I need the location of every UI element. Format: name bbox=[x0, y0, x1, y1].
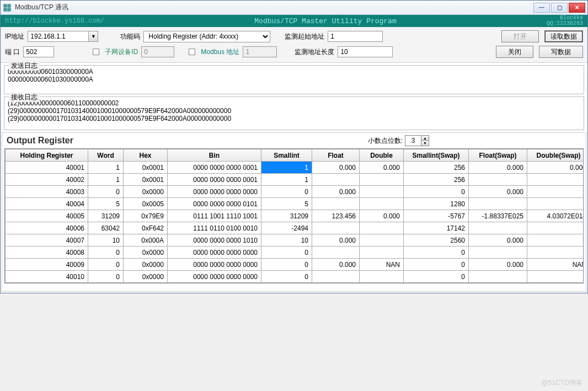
table-cell[interactable]: 5 bbox=[261, 198, 312, 210]
table-cell[interactable]: 0x79E9 bbox=[124, 210, 168, 222]
table-cell[interactable] bbox=[469, 271, 527, 283]
table-cell[interactable]: 31209 bbox=[88, 210, 124, 222]
table-cell[interactable]: 0 bbox=[88, 247, 124, 259]
table-cell[interactable]: 0 bbox=[404, 259, 469, 271]
table-cell[interactable]: 0 bbox=[88, 259, 124, 271]
table-cell[interactable]: 4.03072E014 bbox=[527, 210, 584, 222]
table-cell[interactable]: 5 bbox=[88, 198, 124, 210]
column-header[interactable]: Float(Swap) bbox=[469, 149, 527, 162]
func-select[interactable]: Holding Register (Addr: 4xxxx) bbox=[143, 31, 270, 42]
table-cell[interactable] bbox=[312, 174, 360, 186]
close-conn-button[interactable]: 关闭 bbox=[496, 46, 533, 58]
column-header[interactable]: Bin bbox=[168, 149, 261, 162]
table-cell[interactable]: 40006 bbox=[6, 222, 88, 234]
table-cell[interactable]: 10 bbox=[261, 234, 312, 247]
table-cell[interactable]: 0xF642 bbox=[124, 222, 168, 234]
table-cell[interactable]: 0 bbox=[261, 271, 312, 283]
table-cell[interactable]: 0 bbox=[404, 271, 469, 283]
table-cell[interactable] bbox=[360, 222, 404, 234]
table-cell[interactable]: 0.000 bbox=[360, 162, 404, 174]
table-cell[interactable]: -2494 bbox=[261, 222, 312, 234]
ip-input[interactable] bbox=[28, 31, 88, 42]
table-cell[interactable] bbox=[527, 174, 584, 186]
table-cell[interactable] bbox=[469, 222, 527, 234]
table-cell[interactable]: 0x0000 bbox=[124, 259, 168, 271]
modbus-addr-checkbox[interactable] bbox=[189, 49, 195, 55]
table-cell[interactable]: 0 bbox=[261, 259, 312, 271]
table-cell[interactable]: 0x0005 bbox=[124, 198, 168, 210]
table-cell[interactable]: 1 bbox=[261, 162, 312, 174]
start-addr-input[interactable] bbox=[328, 31, 383, 42]
table-cell[interactable]: 10 bbox=[88, 234, 124, 247]
table-cell[interactable]: 0.000 bbox=[469, 186, 527, 198]
table-cell[interactable]: 0.000 bbox=[312, 186, 360, 198]
table-cell[interactable] bbox=[312, 222, 360, 234]
table-cell[interactable]: 0 bbox=[404, 247, 469, 259]
port-input[interactable] bbox=[23, 46, 54, 57]
table-cell[interactable]: 0x0000 bbox=[124, 247, 168, 259]
subnet-checkbox[interactable] bbox=[93, 49, 99, 55]
table-cell[interactable] bbox=[360, 174, 404, 186]
table-cell[interactable]: 63042 bbox=[88, 222, 124, 234]
table-cell[interactable]: 0111 1001 1110 1001 bbox=[168, 210, 261, 222]
table-cell[interactable] bbox=[312, 247, 360, 259]
open-button[interactable]: 打开 bbox=[501, 30, 539, 42]
table-cell[interactable]: 123.456 bbox=[312, 210, 360, 222]
column-header[interactable]: Smallint bbox=[261, 149, 312, 162]
column-header[interactable]: Holding Register bbox=[6, 149, 88, 162]
table-cell[interactable] bbox=[360, 186, 404, 198]
table-cell[interactable]: 0 bbox=[261, 186, 312, 198]
table-cell[interactable]: 40003 bbox=[6, 186, 88, 198]
minimize-button[interactable]: — bbox=[533, 3, 550, 13]
table-cell[interactable] bbox=[469, 174, 527, 186]
table-cell[interactable]: 0.000 bbox=[469, 259, 527, 271]
ip-combo[interactable]: ▼ bbox=[28, 31, 98, 42]
table-cell[interactable]: 1 bbox=[88, 162, 124, 174]
table-cell[interactable]: 1 bbox=[88, 174, 124, 186]
table-cell[interactable]: 0x0001 bbox=[124, 174, 168, 186]
table-cell[interactable]: 0000 0000 0000 0101 bbox=[168, 198, 261, 210]
write-button[interactable]: 写数据 bbox=[539, 46, 583, 58]
table-cell[interactable] bbox=[527, 271, 584, 283]
table-cell[interactable]: 1 bbox=[261, 174, 312, 186]
table-cell[interactable] bbox=[360, 234, 404, 247]
table-cell[interactable]: 31209 bbox=[261, 210, 312, 222]
table-cell[interactable]: 0 bbox=[404, 186, 469, 198]
table-cell[interactable] bbox=[469, 247, 527, 259]
spin-down-icon[interactable]: ▼ bbox=[421, 141, 429, 146]
column-header[interactable]: Smallint(Swap) bbox=[404, 149, 469, 162]
recv-log-text[interactable]: (12)000000000000060110000000002 (29)0000… bbox=[4, 97, 584, 128]
table-cell[interactable] bbox=[527, 186, 584, 198]
table-cell[interactable]: 2560 bbox=[404, 234, 469, 247]
table-cell[interactable]: 0.000 bbox=[312, 259, 360, 271]
table-cell[interactable] bbox=[469, 198, 527, 210]
table-cell[interactable]: 17142 bbox=[404, 222, 469, 234]
table-cell[interactable]: 40010 bbox=[6, 271, 88, 283]
spin-up-icon[interactable]: ▲ bbox=[421, 136, 429, 141]
table-cell[interactable]: 40005 bbox=[6, 210, 88, 222]
table-cell[interactable]: 0x0001 bbox=[124, 162, 168, 174]
table-cell[interactable]: 0000 0000 0000 0001 bbox=[168, 174, 261, 186]
column-header[interactable]: Float bbox=[312, 149, 360, 162]
column-header[interactable]: Hex bbox=[124, 149, 168, 162]
table-cell[interactable]: -5767 bbox=[404, 210, 469, 222]
table-cell[interactable]: 0000 0000 0000 0000 bbox=[168, 259, 261, 271]
maximize-button[interactable]: ▢ bbox=[551, 3, 568, 13]
table-cell[interactable]: 0x0000 bbox=[124, 186, 168, 198]
table-cell[interactable]: 0000 0000 0000 1010 bbox=[168, 234, 261, 247]
table-cell[interactable]: NAN bbox=[360, 259, 404, 271]
close-button[interactable]: ✕ bbox=[569, 3, 585, 13]
table-cell[interactable]: 0000 0000 0000 0001 bbox=[168, 162, 261, 174]
table-cell[interactable]: 40002 bbox=[6, 174, 88, 186]
table-cell[interactable]: 0.000 bbox=[312, 234, 360, 247]
table-cell[interactable]: 0.000 bbox=[360, 210, 404, 222]
column-header[interactable]: Double(Swap) bbox=[527, 149, 584, 162]
table-cell[interactable]: 0 bbox=[88, 271, 124, 283]
table-cell[interactable] bbox=[360, 198, 404, 210]
table-cell[interactable] bbox=[527, 198, 584, 210]
table-cell[interactable]: 256 bbox=[404, 174, 469, 186]
register-table-wrap[interactable]: Holding RegisterWordHexBinSmallintFloatD… bbox=[4, 148, 584, 283]
table-cell[interactable]: NAN bbox=[527, 259, 584, 271]
table-cell[interactable]: 256 bbox=[404, 162, 469, 174]
chevron-down-icon[interactable]: ▼ bbox=[88, 31, 98, 42]
